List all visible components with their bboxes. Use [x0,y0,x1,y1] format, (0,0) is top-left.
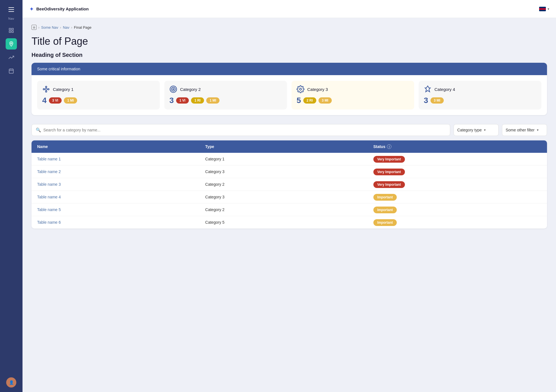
sidebar-item-dashboard[interactable] [6,25,17,36]
breadcrumb-home-icon[interactable]: ⊞ [32,25,37,30]
category-1-count: 4 [42,96,47,105]
row-5-status: Important [373,207,541,212]
breadcrumb: ⊞ › Some Nav › Nav › Final Page [32,25,547,30]
table-row: Table name 2Category 3Very Important [32,165,547,178]
row-2-name[interactable]: Table name 2 [37,169,205,174]
topbar-right: ▾ [539,7,549,11]
table-row: Table name 5Category 2Important [32,203,547,216]
table-header: Name Type Status i [32,140,547,153]
table-row: Table name 3Category 2Very Important [32,178,547,191]
filter-row: 🔍 Category type ▾ Some other filter ▾ [32,124,547,136]
svg-point-16 [173,89,174,90]
col-name: Name [37,144,205,149]
category-3-icon [297,85,304,93]
breadcrumb-sep-3: › [71,25,72,30]
sidebar-nav-label: Nav [8,17,14,20]
row-3-name[interactable]: Table name 3 [37,182,205,187]
category-3-badge-2: 3 MI [319,97,332,104]
avatar[interactable]: 👤 [6,377,16,387]
category-2-count: 3 [169,96,174,105]
breadcrumb-nav[interactable]: Nav [63,25,69,30]
row-6-status: Important [373,220,541,225]
status-badge: Very Important [373,156,405,163]
sidebar-item-calendar[interactable] [6,65,17,77]
lang-chevron-icon[interactable]: ▾ [548,7,549,11]
svg-point-4 [11,43,12,44]
status-badge: Important [373,207,397,213]
col-type: Type [205,144,373,149]
status-badge: Very Important [373,181,405,188]
row-4-status: Important [373,195,541,199]
category-2-badge-3: 1 MI [206,97,219,104]
row-4-type: Category 3 [205,195,373,199]
table-body: Table name 1Category 1Very ImportantTabl… [32,153,547,229]
svg-rect-5 [9,69,14,73]
row-4-name[interactable]: Table name 4 [37,195,205,199]
category-type-label: Category type [457,128,482,132]
search-input[interactable] [43,128,446,132]
status-badge: Important [373,219,397,226]
row-6-name[interactable]: Table name 6 [37,220,205,225]
category-2-icon [169,85,177,93]
status-badge: Very Important [373,169,405,175]
col-status: Status i [373,144,541,149]
status-info-icon: i [387,144,391,149]
breadcrumb-sep-2: › [60,25,61,30]
category-type-chevron-icon: ▾ [484,128,495,132]
row-1-status: Very Important [373,157,541,161]
row-3-type: Category 2 [205,182,373,187]
row-6-type: Category 5 [205,220,373,225]
row-5-type: Category 2 [205,207,373,212]
category-type-filter[interactable]: Category type ▾ [454,124,499,136]
info-panel-header: Some critical information [32,63,547,75]
svg-point-11 [46,91,47,92]
breadcrumb-some-nav[interactable]: Some Nav [41,25,58,30]
sidebar-item-location[interactable] [6,38,17,50]
brand: ✦ BeeOdiversity Application [29,6,89,12]
main-content: ⊞ › Some Nav › Nav › Final Page Title of… [23,18,556,392]
category-4-name: Category 4 [434,87,455,92]
table-row: Table name 1Category 1Very Important [32,153,547,165]
svg-point-17 [300,88,302,90]
category-1-badge-2: 1 MI [64,97,77,104]
other-filter-label: Some other filter [506,128,535,132]
category-4-icon [424,85,432,93]
row-3-status: Very Important [373,182,541,187]
category-4-count: 3 [424,96,428,105]
other-filter-chevron-icon: ▾ [537,128,543,132]
breadcrumb-current: Final Page [74,25,91,30]
row-1-type: Category 1 [205,157,373,161]
category-1-icon [42,85,50,93]
category-1-badge-1: 3 VI [49,97,62,104]
category-4-badge-1: 3 MI [431,97,444,104]
row-5-name[interactable]: Table name 5 [37,207,205,212]
svg-point-9 [45,88,47,90]
other-filter[interactable]: Some other filter ▾ [502,124,547,136]
brand-icon: ✦ [29,6,34,12]
search-box[interactable]: 🔍 [32,124,450,136]
svg-rect-2 [9,31,11,33]
sidebar-item-analytics[interactable] [6,52,17,63]
table-container: Name Type Status i Table name 1Category … [32,140,547,229]
sidebar-menu-button[interactable] [6,5,16,15]
svg-point-15 [171,87,175,91]
category-3-name: Category 3 [307,87,328,92]
svg-rect-1 [12,28,14,30]
status-badge: Important [373,194,397,201]
topbar: ✦ BeeOdiversity Application ▾ [23,0,556,18]
table-row: Table name 6Category 5Important [32,216,547,229]
sidebar: Nav 👤 [0,0,23,392]
row-2-type: Category 3 [205,169,373,174]
app-title: BeeOdiversity Application [36,6,89,11]
category-2-badge-1: 1 VI [176,97,189,104]
row-1-name[interactable]: Table name 1 [37,157,205,161]
category-3-count: 5 [297,96,301,105]
category-card-4: Category 433 MI [419,81,541,109]
info-panel-body: Category 143 VI1 MICategory 231 VI1 RI1 … [32,75,547,115]
category-3-badge-1: 2 RI [303,97,316,104]
lang-flag [539,7,546,11]
table-row: Table name 4Category 3Important [32,191,547,203]
category-card-3: Category 352 RI3 MI [292,81,414,109]
category-card-1: Category 143 VI1 MI [37,81,160,109]
category-2-name: Category 2 [180,87,201,92]
